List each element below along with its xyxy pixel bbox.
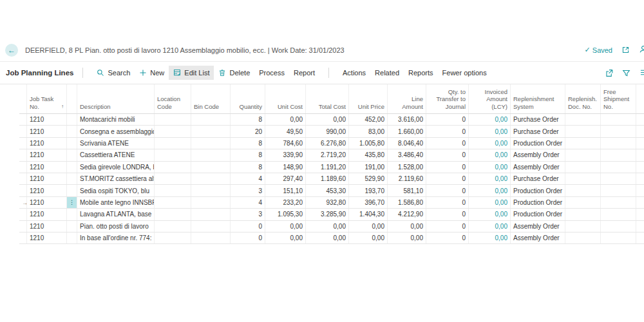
cell-quantity[interactable]: 8 xyxy=(231,138,265,149)
cell-replenish_doc_no[interactable] xyxy=(565,221,601,232)
cell-bin_code[interactable] xyxy=(191,114,231,125)
cell-invoiced_amount[interactable]: 0,00 xyxy=(469,114,511,125)
cell-unit_price[interactable]: 1.404,30 xyxy=(349,209,388,220)
cell-qty_to_transfer[interactable]: 0 xyxy=(426,162,469,173)
cell-job_task_no[interactable]: 1210 xyxy=(27,126,67,137)
cell-location_code[interactable] xyxy=(155,232,191,243)
cell-location_code[interactable] xyxy=(155,126,191,137)
cell-replenish_doc_no[interactable] xyxy=(565,209,601,220)
cell-bin_code[interactable] xyxy=(191,149,231,160)
cell-free_shipment_no[interactable] xyxy=(601,197,636,208)
cell-invoiced_amount[interactable]: 0,00 xyxy=(469,149,511,160)
cell-invoiced_amount[interactable]: 0,00 xyxy=(469,162,511,173)
cell-total_cost[interactable]: 0,00 xyxy=(306,232,349,243)
cell-free_shipment_no[interactable] xyxy=(601,162,636,173)
cell-line_amount[interactable]: 3.616,00 xyxy=(388,114,426,125)
row-selector[interactable] xyxy=(19,209,27,220)
cell-qty_to_transfer[interactable]: 0 xyxy=(426,197,469,208)
share-icon[interactable] xyxy=(605,69,614,77)
cell-line_amount[interactable]: 1.528,00 xyxy=(388,162,426,173)
row-selector[interactable] xyxy=(19,138,27,149)
cell-job_task_no[interactable]: 1210 xyxy=(27,114,67,125)
cell-free_shipment_no[interactable] xyxy=(601,185,636,196)
cell-qty_to_transfer[interactable]: 0 xyxy=(426,221,469,232)
cell-replenishment_system[interactable]: Assembly Order xyxy=(511,221,565,232)
cell-replenish_doc_no[interactable] xyxy=(565,197,601,208)
cell-unit_cost[interactable]: 151,10 xyxy=(265,185,306,196)
cell-free_shipment_no[interactable] xyxy=(601,232,636,243)
related-menu[interactable]: Related xyxy=(370,66,404,80)
reports-menu[interactable]: Reports xyxy=(404,66,438,80)
cell-bin_code[interactable] xyxy=(191,173,231,184)
cell-qty_to_transfer[interactable]: 0 xyxy=(426,149,469,160)
cell-unit_price[interactable]: 396,70 xyxy=(349,197,388,208)
cell-location_code[interactable] xyxy=(155,221,191,232)
column-header-unit_price[interactable]: Unit Price xyxy=(349,84,388,113)
cell-bin_code[interactable] xyxy=(191,162,231,173)
cell-unit_cost[interactable]: 0,00 xyxy=(265,232,306,243)
cell-unit_cost[interactable]: 0,00 xyxy=(265,221,306,232)
column-header-job_task_no[interactable]: Job Task No.↑ xyxy=(27,84,67,113)
cell-line_amount[interactable]: 0,00 xyxy=(388,221,426,232)
cell-qty_to_transfer[interactable]: 0 xyxy=(426,173,469,184)
cell-description[interactable]: Scrivania ATENE xyxy=(77,138,155,149)
search-button[interactable]: Search xyxy=(92,66,135,80)
cell-replenishment_system[interactable]: Production Order xyxy=(511,197,565,208)
cell-qty_to_transfer[interactable]: 0 xyxy=(426,126,469,137)
cell-total_cost[interactable]: 6.276,80 xyxy=(306,138,349,149)
cell-free_shipment_no[interactable] xyxy=(601,126,636,137)
cell-total_cost[interactable]: 0,00 xyxy=(306,221,349,232)
cell-location_code[interactable] xyxy=(155,138,191,149)
cell-invoiced_amount[interactable]: 0,00 xyxy=(469,221,511,232)
cell-total_cost[interactable]: 990,00 xyxy=(306,126,349,137)
cell-replenishment_system[interactable]: Production Order xyxy=(511,209,565,220)
new-button[interactable]: New xyxy=(135,66,169,80)
filter-icon[interactable] xyxy=(622,69,630,77)
cell-job_task_no[interactable]: 1210 xyxy=(27,185,67,196)
cell-invoiced_amount[interactable]: 0,00 xyxy=(469,232,511,243)
cell-quantity[interactable]: 8 xyxy=(231,162,265,173)
cell-unit_cost[interactable]: 1.095,30 xyxy=(265,209,306,220)
cell-replenish_doc_no[interactable] xyxy=(565,126,601,137)
cell-unit_cost[interactable]: 784,60 xyxy=(265,138,306,149)
column-header-total_cost[interactable]: Total Cost xyxy=(306,84,349,113)
row-selector[interactable] xyxy=(19,232,27,243)
cell-quantity[interactable]: 0 xyxy=(231,221,265,232)
cell-free_shipment_no[interactable] xyxy=(601,138,636,149)
column-header-quantity[interactable]: Quantity xyxy=(231,84,265,113)
column-header-line_amount[interactable]: Line Amount xyxy=(388,84,426,113)
cell-unit_cost[interactable]: 233,20 xyxy=(265,197,306,208)
cell-invoiced_amount[interactable]: 0,00 xyxy=(469,185,511,196)
cell-total_cost[interactable]: 3.285,90 xyxy=(306,209,349,220)
cell-location_code[interactable] xyxy=(155,185,191,196)
cell-total_cost[interactable]: 1.189,60 xyxy=(306,173,349,184)
row-selector[interactable]: → xyxy=(19,197,27,208)
partial-icon[interactable] xyxy=(639,44,644,56)
delete-button[interactable]: Delete xyxy=(214,66,254,80)
cell-quantity[interactable]: 8 xyxy=(231,114,265,125)
cell-description[interactable]: In base all'ordine nr. 774: xyxy=(77,232,155,243)
cell-description[interactable]: Montacarichi mobili xyxy=(77,114,155,125)
cell-description[interactable]: Cassettiera ATENE xyxy=(77,149,155,160)
cell-job_task_no[interactable]: 1210 xyxy=(27,232,67,243)
cell-replenishment_system[interactable]: Production Order xyxy=(511,185,565,196)
cell-invoiced_amount[interactable]: 0,00 xyxy=(469,126,511,137)
open-in-new-window-icon[interactable] xyxy=(621,46,630,54)
cell-replenishment_system[interactable]: Production Order xyxy=(511,138,565,149)
column-header-unit_cost[interactable]: Unit Cost xyxy=(265,84,306,113)
cell-bin_code[interactable] xyxy=(191,232,231,243)
partial-more-icon[interactable] xyxy=(639,68,644,78)
cell-line_amount[interactable]: 1.586,80 xyxy=(388,197,426,208)
cell-bin_code[interactable] xyxy=(191,197,231,208)
cell-replenishment_system[interactable]: Purchase Order xyxy=(511,173,565,184)
cell-description[interactable]: Consegna e assemblaggio xyxy=(77,126,155,137)
cell-location_code[interactable] xyxy=(155,162,191,173)
cell-unit_cost[interactable]: 339,90 xyxy=(265,149,306,160)
cell-unit_price[interactable]: 1.005,80 xyxy=(349,138,388,149)
process-button[interactable]: Process xyxy=(254,66,289,80)
cell-bin_code[interactable] xyxy=(191,221,231,232)
cell-invoiced_amount[interactable]: 0,00 xyxy=(469,138,511,149)
cell-replenish_doc_no[interactable] xyxy=(565,232,601,243)
cell-description[interactable]: Mobile ante legno INNSBRUCK xyxy=(77,197,155,208)
cell-unit_price[interactable]: 193,70 xyxy=(349,185,388,196)
